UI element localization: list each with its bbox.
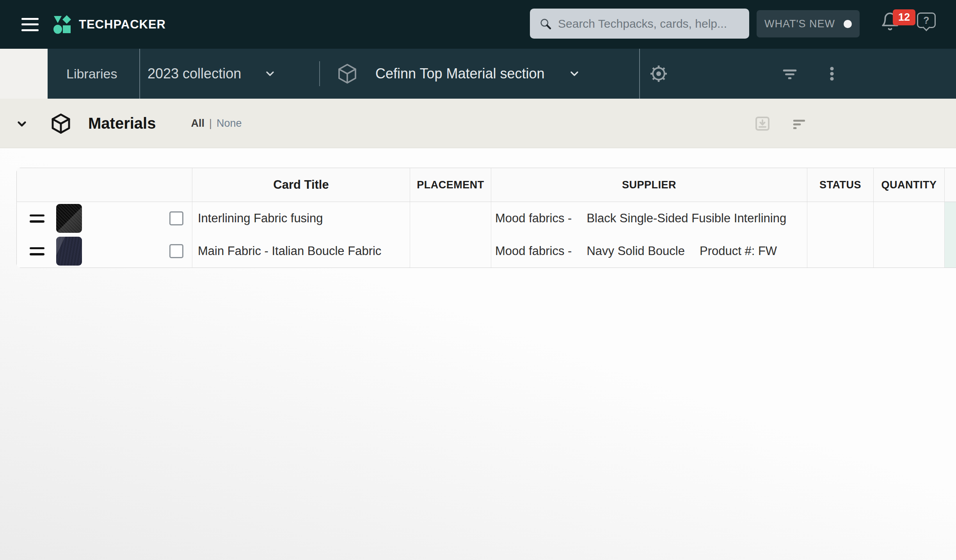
material-thumbnail[interactable] (56, 204, 82, 233)
section-name: Cefinn Top Material section (375, 66, 545, 82)
cube-icon (336, 63, 358, 85)
section-selector[interactable]: Cefinn Top Material section (336, 49, 581, 99)
techpack-toolbar: Libraries 2023 collection Cefinn Top Mat… (0, 49, 956, 99)
sort-button[interactable] (789, 99, 809, 148)
status-cell (807, 202, 874, 235)
brand-logo[interactable]: TECHPACKER (53, 15, 166, 34)
collection-name: 2023 collection (147, 66, 241, 82)
techpacker-logo-icon (53, 15, 72, 34)
search-input[interactable] (558, 17, 740, 30)
content-area: Card Title PLACEMENT SUPPLIER STATUS QUA… (0, 149, 956, 560)
select-all-link[interactable]: All (191, 117, 204, 129)
placement-cell (410, 202, 491, 235)
hamburger-menu-icon[interactable] (21, 18, 39, 31)
whats-new-dot (844, 20, 852, 28)
supplier-cell: Mood fabrics - Navy Solid Boucle Product… (491, 235, 807, 268)
column-header-overflow (945, 168, 956, 202)
quantity-cell (874, 235, 945, 268)
materials-table: Card Title PLACEMENT SUPPLIER STATUS QUA… (16, 168, 956, 268)
breadcrumb-libraries[interactable]: Libraries (66, 49, 117, 99)
supplier-cell: Mood fabrics - Black Single-Sided Fusibl… (491, 202, 807, 235)
drag-handle[interactable] (30, 247, 44, 255)
toolbar-divider (639, 49, 640, 99)
settings-button[interactable] (648, 49, 670, 99)
column-header-supplier: SUPPLIER (491, 168, 807, 202)
top-navbar: TECHPACKER WHAT'S NEW 12 ? (0, 0, 956, 49)
help-button[interactable]: ? (917, 12, 936, 30)
supplier-extra: Product #: FW (700, 244, 777, 258)
cube-icon (50, 113, 72, 135)
drag-handle[interactable] (30, 214, 44, 223)
whats-new-button[interactable]: WHAT'S NEW (757, 10, 860, 37)
gear-icon (648, 63, 670, 85)
material-thumbnail[interactable] (56, 237, 82, 266)
search-icon (539, 18, 552, 30)
materials-section-header: Materials All | None (0, 99, 956, 148)
chevron-down-icon (568, 67, 581, 80)
placement-cell (410, 235, 491, 268)
row-checkbox[interactable] (169, 244, 183, 258)
kebab-menu-icon (823, 64, 841, 83)
notification-badge: 12 (893, 9, 915, 25)
table-row (17, 235, 192, 268)
supplier-description: Black Single-Sided Fusible Interlining (586, 211, 786, 225)
filter-button[interactable] (780, 49, 800, 99)
toolbar-divider (139, 49, 140, 99)
supplier-name: Mood fabrics - (495, 244, 572, 258)
whats-new-label: WHAT'S NEW (764, 18, 835, 30)
card-title-cell[interactable]: Interlining Fabric fusing (192, 202, 410, 235)
chevron-down-icon (264, 67, 276, 80)
toolbar-divider (319, 61, 320, 86)
collection-selector[interactable]: 2023 collection (147, 49, 276, 99)
card-title-cell[interactable]: Main Fabric - Italian Boucle Fabric (192, 235, 410, 268)
column-header-status: STATUS (807, 168, 874, 202)
supplier-name: Mood fabrics - (495, 211, 572, 225)
column-header-placement: PLACEMENT (410, 168, 491, 202)
quantity-cell (874, 202, 945, 235)
overflow-cell (945, 202, 956, 235)
status-cell (807, 235, 874, 268)
select-all-none: All | None (191, 117, 242, 129)
global-search (530, 9, 749, 39)
chevron-down-icon (14, 116, 30, 131)
techpacker-app: TECHPACKER WHAT'S NEW 12 ? Libra (0, 0, 956, 560)
section-title: Materials (88, 115, 156, 132)
supplier-description: Navy Solid Boucle (586, 244, 685, 258)
save-download-icon (753, 114, 772, 133)
filter-icon (780, 64, 800, 84)
sort-lines-icon (789, 113, 809, 134)
toolbar-left-spacer (0, 49, 48, 99)
overflow-cell (945, 235, 956, 268)
column-header-select (17, 168, 192, 202)
column-header-quantity: QUANTITY (874, 168, 945, 202)
collapse-section-button[interactable] (14, 99, 30, 148)
select-none-link[interactable]: None (217, 117, 242, 129)
row-checkbox[interactable] (169, 211, 183, 225)
export-button[interactable] (753, 99, 772, 148)
more-options-button[interactable] (823, 49, 841, 99)
column-header-card-title: Card Title (192, 168, 410, 202)
brand-name: TECHPACKER (79, 18, 166, 32)
notifications-button[interactable]: 12 (880, 12, 919, 37)
table-row (17, 202, 192, 235)
